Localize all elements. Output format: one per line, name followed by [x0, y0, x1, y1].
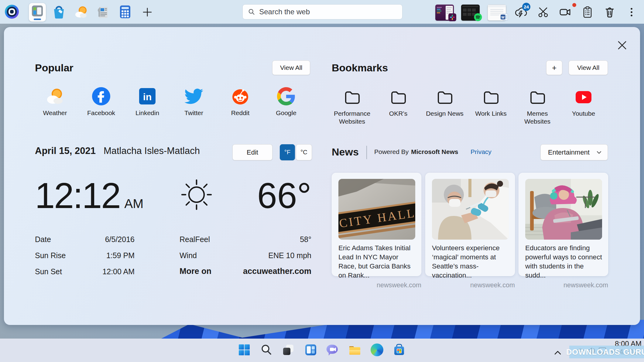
popular-item-twitter[interactable]: Twitter: [171, 86, 217, 117]
video-camera-icon: [559, 6, 572, 18]
watermark-banner: DOWNLOADS GURU: [569, 346, 644, 358]
scissors-icon: [537, 6, 549, 18]
popular-item-reddit[interactable]: Reddit: [218, 86, 263, 117]
popular-item-google[interactable]: Google: [263, 86, 309, 117]
tab-weather[interactable]: [74, 5, 88, 19]
microsoft-store-button[interactable]: [392, 343, 406, 357]
popular-item-linkedin[interactable]: in Linkedin: [125, 86, 170, 117]
weather-date: April 15, 2021: [35, 145, 96, 156]
clock-meridiem: AM: [124, 196, 143, 211]
fahrenheit-toggle[interactable]: °F: [280, 144, 295, 160]
bookmark-folder-performance[interactable]: Performance Websites: [328, 88, 376, 125]
news-source[interactable]: newsweek.com: [332, 282, 421, 289]
popular-item-weather[interactable]: Weather: [32, 86, 78, 117]
trash-button[interactable]: [603, 5, 617, 19]
bookmarks-view-all-button[interactable]: View All: [569, 60, 608, 75]
folder-icon: [374, 88, 423, 107]
popular-item-label: Facebook: [78, 109, 124, 117]
chat-button[interactable]: [326, 343, 339, 357]
screen: W 24: [0, 0, 644, 362]
bookmark-folder-memes[interactable]: Memes Websites: [513, 88, 562, 125]
bookmark-label: Work Links: [467, 110, 515, 118]
tab-news[interactable]: [96, 5, 110, 19]
celsius-toggle[interactable]: °C: [296, 144, 312, 160]
detail-label: Date: [35, 235, 51, 244]
tab-dashboard-active[interactable]: [29, 3, 46, 22]
file-explorer-button[interactable]: [348, 343, 361, 357]
news-card-title: Volunteers experience ‘magical’ moments …: [432, 244, 509, 280]
web-search-bar[interactable]: [242, 4, 402, 19]
news-source[interactable]: newsweek.com: [425, 282, 515, 289]
new-tab-button[interactable]: [140, 5, 154, 19]
clipboard-icon: [581, 6, 594, 19]
app-logo-icon[interactable]: [5, 5, 19, 19]
task-view-button[interactable]: [282, 343, 295, 357]
clipboard-button[interactable]: [581, 5, 594, 19]
teams-chat-icon: [326, 343, 339, 356]
bookmark-label: OKR’s: [374, 110, 423, 118]
divider: [366, 146, 367, 159]
twitter-icon: [171, 86, 217, 106]
spotify-icon: [474, 13, 482, 22]
record-button[interactable]: [558, 5, 572, 19]
popular-item-label: Linkedin: [125, 109, 170, 117]
window-thumbnail-slack[interactable]: [435, 5, 454, 21]
sun-icon: [180, 178, 214, 213]
accuweather-link[interactable]: accuweather.com: [243, 267, 311, 276]
news-card[interactable]: Educators are finding powerful ways to c…: [519, 173, 608, 276]
snip-button[interactable]: [536, 5, 550, 19]
news-card[interactable]: CITY HALL Eric Adams Takes Initial Lead …: [332, 173, 421, 276]
news-image-remote-learning: [525, 179, 602, 240]
news-category-dropdown[interactable]: Entertainment: [540, 144, 608, 160]
clock: 12:12 AM: [35, 177, 143, 214]
weather-alerts-button[interactable]: 24: [514, 5, 528, 19]
bookmarks-title: Bookmarks: [332, 61, 388, 74]
detail-label: Sun Rise: [35, 251, 66, 260]
taskbar-search-button[interactable]: [260, 343, 273, 357]
close-icon[interactable]: [615, 39, 629, 52]
popular-item-label: Twitter: [171, 109, 217, 117]
privacy-link[interactable]: Privacy: [471, 148, 492, 155]
widgets-button[interactable]: [304, 343, 317, 357]
popular-item-label: Google: [263, 109, 309, 117]
trash-icon: [604, 6, 616, 19]
notification-badge: 24: [522, 3, 530, 11]
active-tab-indicator: [34, 19, 41, 20]
chevron-up-icon: [554, 350, 562, 356]
window-thumbnail-word[interactable]: W: [488, 5, 506, 21]
tab-shopping[interactable]: [52, 5, 66, 19]
chevron-down-icon: [597, 151, 601, 154]
news-source[interactable]: newsweek.com: [519, 282, 608, 289]
news-card[interactable]: Volunteers experience ‘magical’ moments …: [425, 173, 515, 276]
weather-location: Matlacha Isles-Matlach: [104, 145, 200, 156]
bookmark-folder-work-links[interactable]: Work Links: [467, 88, 515, 118]
search-input[interactable]: [259, 8, 397, 16]
watermark-left: DOWNLOADS: [566, 347, 620, 357]
add-bookmark-button[interactable]: +: [546, 60, 562, 75]
slack-icon: [448, 13, 456, 22]
weather-icon: [32, 86, 78, 106]
more-menu-button[interactable]: [625, 5, 639, 19]
word-icon: W: [500, 13, 508, 22]
facebook-icon: [78, 86, 124, 106]
tray-chevron-up[interactable]: [551, 346, 564, 360]
detail-row: Date 6/5/2016: [35, 235, 135, 244]
kebab-menu-icon: [630, 6, 633, 18]
popular-view-all-button[interactable]: View All: [272, 60, 310, 75]
edge-browser-button[interactable]: [370, 343, 384, 357]
detail-value: 58°: [300, 235, 311, 244]
bookmark-folder-design-news[interactable]: Design News: [420, 88, 469, 118]
search-icon: [248, 8, 255, 15]
popular-item-facebook[interactable]: Facebook: [78, 86, 124, 117]
edit-location-button[interactable]: Edit: [232, 144, 272, 160]
bookmark-youtube[interactable]: Youtube: [559, 88, 608, 118]
powered-by-label: Powered By: [374, 148, 409, 155]
start-button[interactable]: [238, 343, 251, 357]
tab-calculator[interactable]: [118, 5, 132, 19]
window-thumbnail-spotify[interactable]: [461, 5, 480, 21]
task-view-icon: [282, 344, 294, 356]
bookmark-folder-okrs[interactable]: OKR’s: [374, 88, 423, 118]
folder-icon: [328, 88, 376, 107]
folder-icon: [467, 88, 515, 107]
news-image-city-hall: CITY HALL: [338, 179, 415, 240]
